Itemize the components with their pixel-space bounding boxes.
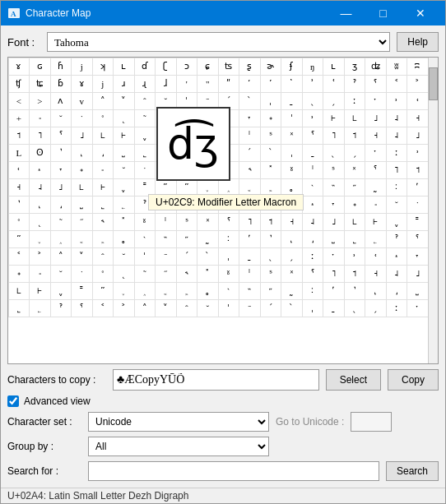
char-cell[interactable]: ˣ	[197, 213, 219, 231]
copy-button[interactable]: Copy	[388, 369, 439, 391]
char-cell[interactable]: ˬ	[113, 178, 135, 197]
char-cell[interactable]: ʼ	[260, 75, 282, 93]
char-cell[interactable]: ˑ	[365, 144, 387, 162]
char-cell[interactable]: ˓	[8, 161, 30, 179]
char-cell[interactable]: ˸	[302, 282, 324, 300]
char-cell[interactable]: ʻ	[239, 75, 261, 93]
char-cell[interactable]: >	[29, 92, 51, 110]
char-cell[interactable]: ˗	[29, 265, 51, 283]
char-cell[interactable]: ˡ	[239, 265, 261, 283]
char-cell[interactable]: ɻ	[134, 75, 156, 93]
char-cell[interactable]: ˺	[50, 144, 72, 162]
char-cell[interactable]: ʿ	[323, 75, 345, 93]
char-cell[interactable]: ˔	[302, 196, 324, 214]
char-cell[interactable]: ˑ	[365, 92, 387, 110]
char-cell[interactable]: ˎ	[323, 144, 345, 162]
char-cell[interactable]: ˎ	[302, 92, 324, 110]
char-cell[interactable]: ˀ	[344, 75, 366, 93]
char-cell[interactable]: ˊ	[176, 247, 198, 266]
char-cell[interactable]: ˙	[134, 161, 156, 179]
char-cell[interactable]: ʟ	[323, 58, 345, 76]
char-cell[interactable]: ˪	[344, 213, 366, 231]
char-cell[interactable]: ˗	[29, 109, 51, 127]
char-cell[interactable]: ˤ	[365, 161, 387, 179]
char-cell[interactable]: ˋ	[281, 299, 303, 317]
char-cell[interactable]: ˥	[239, 213, 261, 231]
char-cell[interactable]: ˭	[71, 282, 93, 300]
char-cell[interactable]: ː	[386, 144, 408, 162]
char-cell[interactable]: ˾	[8, 299, 30, 317]
chars-to-copy-input[interactable]	[113, 369, 319, 391]
char-cell[interactable]: ˫	[113, 127, 135, 145]
char-cell[interactable]: ʟ	[113, 58, 135, 76]
char-cell[interactable]: ˄	[50, 247, 72, 266]
char-cell[interactable]: ˙	[407, 196, 429, 214]
char-cell[interactable]: ˘	[50, 109, 72, 127]
char-cell[interactable]: ˸	[386, 178, 408, 197]
char-cell[interactable]: ˏ	[365, 299, 387, 317]
char-cell[interactable]: ˖	[344, 196, 366, 214]
char-cell[interactable]: ˨	[386, 265, 408, 283]
char-cell[interactable]: ˇ	[113, 247, 135, 266]
char-cell[interactable]: ˽	[323, 230, 345, 248]
char-cell[interactable]: ː	[344, 92, 366, 110]
char-cell[interactable]: ˏ	[323, 92, 345, 110]
char-cell[interactable]: ˽	[407, 282, 429, 300]
char-cell[interactable]: ˦	[344, 127, 366, 145]
char-cell[interactable]: ˑ	[323, 247, 345, 266]
char-cell[interactable]: +	[8, 109, 30, 127]
char-cell[interactable]: ˗	[92, 161, 114, 179]
char-cell[interactable]: ˣ	[344, 161, 366, 179]
char-cell[interactable]: ˺	[260, 230, 282, 248]
char-cell[interactable]: ˫	[323, 109, 345, 127]
char-cell[interactable]: ˧	[8, 178, 30, 197]
char-cell[interactable]: ː	[386, 299, 408, 317]
char-cell[interactable]: ˾	[344, 230, 366, 248]
char-cell[interactable]: ˈ	[134, 247, 156, 266]
char-cell[interactable]: ˼	[386, 282, 408, 300]
char-cell[interactable]: ˖	[260, 109, 282, 127]
char-cell[interactable]: ˫	[92, 178, 114, 197]
char-cell[interactable]: ˤ	[302, 127, 324, 145]
char-cell[interactable]: ˊ	[239, 144, 261, 162]
char-cell[interactable]: ˠ	[134, 213, 156, 231]
char-cell[interactable]: ˉ	[155, 247, 177, 266]
char-cell[interactable]: ˥	[29, 127, 51, 145]
char-cell[interactable]: ˜	[134, 265, 156, 283]
char-cell[interactable]: ˝	[71, 213, 93, 231]
char-cell[interactable]: ˿	[113, 196, 135, 214]
char-cell[interactable]: ˧	[365, 127, 387, 145]
char-cell[interactable]: ˋ	[260, 144, 282, 162]
char-cell[interactable]: ˹	[239, 230, 261, 248]
char-cell[interactable]: ˙	[71, 109, 93, 127]
char-cell[interactable]: ˛	[29, 213, 51, 231]
char-cell[interactable]: ˿	[29, 299, 51, 317]
char-cell[interactable]: ʂ	[239, 58, 261, 76]
char-cell[interactable]: ˕	[239, 109, 261, 127]
char-cell[interactable]: j	[92, 75, 114, 93]
char-cell[interactable]: ˣ	[281, 265, 303, 283]
char-cell[interactable]: ʌ	[50, 92, 72, 110]
char-cell[interactable]: ˨	[386, 109, 408, 127]
char-cell[interactable]: ˴	[134, 230, 156, 248]
char-cell[interactable]: ˘	[386, 196, 408, 214]
char-cell[interactable]: ˝	[155, 265, 177, 283]
char-cell[interactable]: ɺ	[155, 75, 177, 93]
char-cell[interactable]: ˅	[155, 299, 177, 317]
char-cell[interactable]: ʦ	[218, 58, 240, 76]
advanced-view-checkbox[interactable]	[7, 395, 19, 407]
char-cell[interactable]: ˉ	[239, 299, 261, 317]
group-select[interactable]: All Unicode Subrange Unicode Block	[88, 437, 269, 456]
char-cell[interactable]: ˾	[134, 144, 156, 162]
char-cell[interactable]: ˠ	[218, 265, 240, 283]
char-cell[interactable]: ˬ	[386, 213, 408, 231]
char-cell[interactable]: ˒	[407, 144, 429, 162]
char-cell[interactable]: ˶	[260, 282, 282, 300]
char-cell[interactable]: ˨	[302, 213, 324, 231]
char-cell[interactable]: ˏ	[281, 247, 303, 266]
char-cell[interactable]: ɚ	[260, 58, 282, 76]
char-cell[interactable]: ˟	[197, 265, 219, 283]
font-select[interactable]: Tahoma	[47, 32, 390, 52]
char-cell[interactable]: ʥ	[365, 58, 387, 76]
char-cell[interactable]: ˕	[407, 247, 429, 266]
